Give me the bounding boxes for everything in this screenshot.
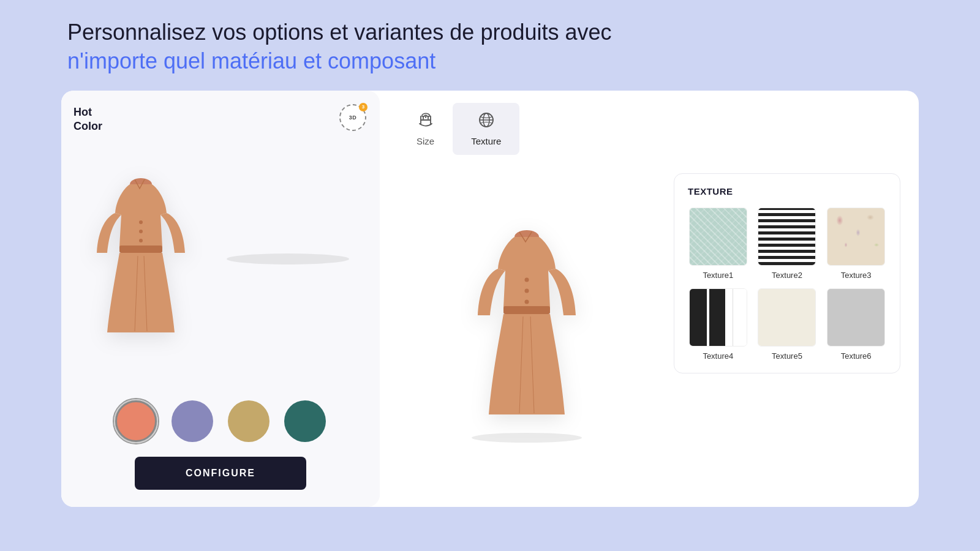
- size-icon: [417, 111, 434, 132]
- texture-pattern-blackwhite: [690, 289, 747, 346]
- texture-item-5[interactable]: Texture5: [757, 288, 818, 361]
- texture-pattern-houndstooth1: [758, 289, 815, 346]
- texture-icon: [478, 111, 495, 132]
- swatch-wrapper-lavender[interactable]: [169, 398, 216, 444]
- texture-grid: Texture1 Texture2 Texture3: [688, 208, 886, 361]
- texture-label-4: Texture4: [703, 351, 733, 361]
- tab-size-label: Size: [417, 136, 434, 146]
- texture-swatch-1[interactable]: [689, 208, 747, 266]
- texture-label-2: Texture2: [772, 271, 802, 280]
- svg-rect-9: [503, 306, 550, 314]
- texture-swatch-3[interactable]: [827, 208, 885, 266]
- svg-point-4: [139, 239, 143, 242]
- tab-texture-label: Texture: [471, 136, 501, 146]
- swatch-wrapper-teal[interactable]: [282, 398, 328, 444]
- page-header: Personnalisez vos options et variantes d…: [61, 18, 919, 76]
- svg-rect-1: [119, 246, 162, 253]
- texture-swatch-2[interactable]: [758, 208, 816, 266]
- texture-swatch-4[interactable]: [689, 288, 747, 347]
- texture-swatch-6[interactable]: [827, 288, 885, 347]
- main-dress-view: [398, 167, 655, 495]
- texture-panel: TEXTURE Texture1 Texture2: [674, 173, 900, 373]
- svg-point-12: [525, 300, 529, 304]
- texture-item-4[interactable]: Texture4: [688, 288, 748, 361]
- svg-point-11: [525, 289, 529, 293]
- tab-bar: Size Texture: [398, 103, 900, 155]
- texture-item-1[interactable]: Texture1: [688, 208, 748, 280]
- texture-item-6[interactable]: Texture6: [826, 288, 886, 361]
- swatch-wrapper-tan[interactable]: [225, 398, 272, 444]
- color-swatches: [113, 398, 328, 444]
- texture-title: TEXTURE: [688, 186, 886, 197]
- texture-pattern-floral: [827, 208, 884, 265]
- dress-shadow: [227, 253, 349, 264]
- texture-item-3[interactable]: Texture3: [826, 208, 886, 280]
- dress-svg-left: [74, 167, 208, 357]
- texture-label-6: Texture6: [841, 351, 872, 361]
- texture-label-5: Texture5: [772, 351, 802, 361]
- swatch-teal[interactable]: [284, 400, 326, 442]
- tab-size[interactable]: Size: [398, 103, 453, 155]
- right-panel: Size Texture: [380, 91, 919, 507]
- texture-item-2[interactable]: Texture2: [757, 208, 818, 280]
- notification-dot: 3: [359, 103, 368, 111]
- swatch-coral[interactable]: [115, 400, 157, 442]
- svg-point-3: [139, 230, 143, 233]
- dress-preview-left: [74, 136, 368, 388]
- swatch-lavender[interactable]: [172, 400, 213, 442]
- headline-line2: n'importe quel matériau et composant: [67, 47, 919, 76]
- texture-pattern-stripes: [758, 208, 815, 265]
- tab-texture[interactable]: Texture: [453, 103, 519, 155]
- main-card: Hot Color 3D 3: [61, 91, 919, 507]
- svg-point-10: [525, 278, 529, 282]
- configure-button[interactable]: CONFIGURE: [135, 457, 306, 490]
- left-panel: Hot Color 3D 3: [61, 91, 380, 507]
- texture-label-3: Texture3: [841, 271, 872, 280]
- 3d-badge[interactable]: 3D 3: [339, 104, 366, 131]
- headline-line1: Personnalisez vos options et variantes d…: [67, 18, 919, 47]
- swatch-tan[interactable]: [228, 400, 270, 442]
- texture-swatch-5[interactable]: [758, 288, 816, 347]
- texture-pattern-mint: [690, 208, 747, 265]
- texture-pattern-houndstooth2: [827, 289, 884, 346]
- right-content: TEXTURE Texture1 Texture2: [398, 167, 900, 495]
- dress-svg-right: [453, 219, 600, 439]
- product-name: Hot Color: [74, 105, 102, 134]
- swatch-wrapper-coral[interactable]: [113, 398, 159, 444]
- texture-label-1: Texture1: [703, 271, 733, 280]
- svg-point-2: [139, 220, 143, 224]
